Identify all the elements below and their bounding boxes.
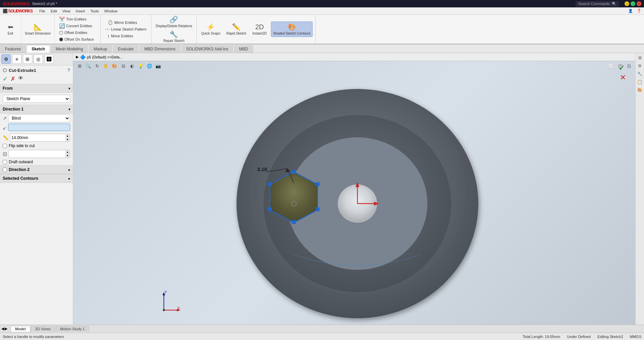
hex-handle-bottom-left[interactable]	[268, 207, 272, 211]
panel-tool-1[interactable]: ⚙	[1, 54, 11, 64]
menu-view[interactable]: View	[60, 8, 73, 14]
vp-rotate[interactable]: ↻	[93, 62, 101, 70]
draft-spin-up[interactable]: ▲	[65, 150, 70, 154]
rapid-sketch-button[interactable]: ✏️ Rapid Sketch	[225, 22, 248, 37]
help-icon[interactable]: ?	[67, 68, 70, 73]
vp-lights[interactable]: 💡	[137, 62, 144, 70]
instant2d-button[interactable]: 2D Instant2D	[251, 22, 269, 37]
vp-section[interactable]: ⊟	[120, 62, 127, 70]
menu-tools[interactable]: Tools	[88, 8, 102, 14]
from-chevron: ▾	[68, 87, 70, 90]
depth-value-input[interactable]	[10, 135, 65, 141]
vp-appearance[interactable]: ◐	[128, 62, 136, 70]
tab-markup[interactable]: Markup	[89, 45, 112, 53]
hex-handle-top-left[interactable]	[268, 182, 272, 186]
move-entities-button[interactable]: ↕ Move Entities	[106, 33, 146, 39]
rp-appearance-manager[interactable]: 🎨	[637, 87, 643, 93]
direction2-checkbox[interactable]	[3, 168, 7, 172]
hex-handle-top[interactable]	[292, 170, 295, 174]
depth-input-blue[interactable]	[8, 124, 70, 131]
direction1-section-header[interactable]: Direction 1 ▾	[0, 105, 73, 114]
panel-tool-4[interactable]: ◎	[34, 54, 43, 64]
depth-spin-up[interactable]: ▲	[65, 134, 70, 138]
rp-dxf-manager[interactable]: 📋	[637, 79, 643, 85]
vp-camera[interactable]: 📷	[154, 62, 162, 70]
from-dropdown[interactable]: Sketch Plane	[3, 95, 70, 103]
draft-spin-down[interactable]: ▼	[65, 154, 70, 158]
btab-next[interactable]: ▶	[5, 327, 7, 331]
viewport: ▶ 🔷 p5 (Default) <<Defa... ⊞ 🔍 ↻ ✋ 🎨 ⊟ ◐…	[73, 53, 635, 325]
draft-outward-checkbox[interactable]	[3, 160, 7, 164]
mirror-entities-button[interactable]: 🪞 Mirror Entities	[106, 19, 146, 26]
offset-surface-button[interactable]: ⬢ Offset On Surface	[57, 36, 98, 43]
tab-mesh-modeling[interactable]: Mesh Modeling	[51, 45, 88, 53]
smart-dimension-button[interactable]: 📐 Smart Dimension	[23, 22, 52, 37]
menu-edit[interactable]: Edit	[48, 8, 60, 14]
move-icon: ↕	[107, 33, 110, 39]
quick-snaps-button[interactable]: ⚡ Quick Snaps	[199, 22, 222, 37]
direction1-type-dropdown[interactable]: Blind	[8, 114, 70, 122]
tab-mbd[interactable]: MBD	[234, 45, 253, 53]
rp-feature-manager[interactable]: ⊞	[637, 54, 643, 61]
direction2-section-header[interactable]: Direction 2 ▸	[0, 165, 73, 174]
selected-contours-section-header[interactable]: Selected Contours ▸	[0, 174, 73, 183]
panel-tool-2[interactable]: ≡	[12, 54, 21, 64]
vp-zoom-to-fit[interactable]: ⊞	[76, 62, 83, 70]
ribbon-pattern-section: 🪞 Mirror Entities ⋯ Linear Sketch Patter…	[101, 15, 151, 44]
vp-zoom-in[interactable]: 🔍	[85, 62, 92, 70]
tab-features[interactable]: Features	[0, 45, 26, 53]
depth-spin-down[interactable]: ▼	[65, 138, 70, 141]
smartdim-label: Smart Dimension	[25, 32, 51, 36]
menu-file[interactable]: File	[37, 8, 48, 14]
tab-sketch[interactable]: Sketch	[27, 45, 50, 53]
shaded-sketch-contours-button[interactable]: 🎨 Shaded Sketch Contours	[271, 22, 312, 37]
panel-tool-5[interactable]: 🅰	[44, 54, 54, 64]
panel-tool-3[interactable]: ⊞	[23, 54, 32, 64]
rp-configuration-manager[interactable]: 🔧	[637, 71, 643, 77]
flip-side-checkbox[interactable]	[3, 144, 7, 148]
vp-split-h[interactable]: ⬜	[608, 62, 615, 70]
preview-button[interactable]: 👁	[18, 75, 24, 83]
btab-prev[interactable]: ◀	[1, 327, 4, 331]
draft-input[interactable]	[9, 151, 65, 157]
linear-sketch-pattern-button[interactable]: ⋯ Linear Sketch Pattern	[103, 26, 148, 33]
help-icon[interactable]: ❓	[637, 9, 641, 13]
accept-checkmark[interactable]: ✓	[618, 63, 625, 72]
vp-pan[interactable]: ✋	[102, 62, 109, 70]
vp-maximize[interactable]: ⊡	[625, 62, 633, 70]
minimize-button[interactable]: ─	[625, 1, 629, 6]
hex-handle-bottom-right[interactable]	[316, 207, 319, 211]
maximize-button[interactable]: □	[631, 1, 635, 6]
exit-sketch-button[interactable]: ⬅ Exit	[2, 22, 19, 37]
repair-sketch-button[interactable]: 🔧 Repair Sketch	[162, 29, 186, 44]
display-delete-relations-button[interactable]: 🔗 Display/Delete Relations	[154, 14, 194, 29]
menu-insert[interactable]: Insert	[73, 8, 88, 14]
convert-entities-button[interactable]: 🔄 Convert Entities	[57, 23, 98, 29]
hex-handle-bottom[interactable]	[292, 220, 295, 224]
btab-3dviews[interactable]: 3D Views	[31, 326, 55, 332]
vp-scene[interactable]: 🌐	[146, 62, 153, 70]
units-indicator: MMGS	[630, 335, 641, 339]
vp-display-mode[interactable]: 🎨	[111, 62, 118, 70]
cancel-button[interactable]: ✗	[10, 75, 15, 83]
user-icon: 👤	[628, 9, 633, 13]
hex-handle-top-right[interactable]	[316, 182, 319, 186]
shaded-icon: 🎨	[288, 23, 296, 31]
rp-property-manager[interactable]: ⚙	[637, 62, 643, 69]
from-section-header[interactable]: From ▾	[0, 84, 73, 93]
menu-window[interactable]: Window	[102, 8, 120, 14]
tab-mbd-dimensions[interactable]: MBD Dimensions	[139, 45, 181, 53]
tab-evaluate[interactable]: Evaluate	[113, 45, 139, 53]
trim-entities-button[interactable]: ✂️ Trim Entities	[57, 16, 98, 23]
close-x-button[interactable]: ✕	[620, 73, 626, 82]
depth-icon: 📏	[3, 135, 8, 140]
btab-motion-study[interactable]: Motion Study 1	[56, 326, 89, 332]
tab-solidworks-addins[interactable]: SOLIDWORKS Add-Ins	[181, 45, 233, 53]
btab-model[interactable]: Model	[11, 326, 30, 332]
close-button[interactable]: ✕	[637, 1, 641, 6]
search-input[interactable]: Search Commands	[578, 2, 610, 6]
accept-button[interactable]: ✓	[3, 75, 8, 83]
offset-entities-button[interactable]: ⬡ Offset Entities	[57, 29, 98, 36]
tree-arrow[interactable]: ▶	[76, 55, 79, 59]
direction2-label: Direction 2	[9, 167, 30, 172]
